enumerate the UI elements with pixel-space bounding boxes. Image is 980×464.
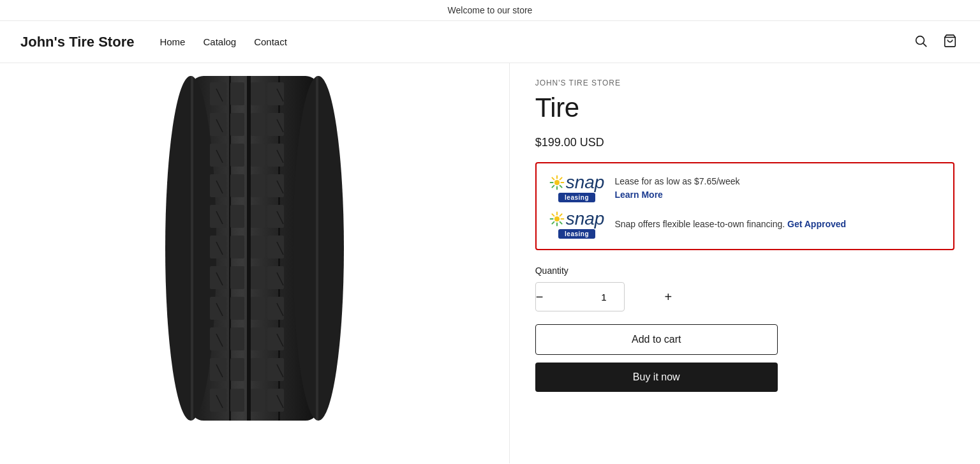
svg-rect-12 (230, 113, 244, 136)
svg-line-81 (552, 177, 554, 179)
svg-rect-46 (267, 297, 284, 320)
announcement-text: Welcome to our store (448, 5, 533, 15)
svg-line-93 (552, 222, 554, 224)
svg-rect-38 (267, 174, 284, 197)
svg-rect-36 (267, 144, 284, 167)
svg-rect-27 (210, 358, 226, 381)
header-icons (911, 31, 960, 52)
svg-rect-18 (230, 205, 244, 228)
svg-rect-28 (230, 358, 244, 381)
svg-rect-51 (251, 389, 265, 412)
svg-rect-20 (230, 236, 244, 258)
svg-line-82 (560, 186, 561, 188)
plus-icon: + (664, 290, 672, 304)
svg-line-83 (560, 177, 561, 179)
snap-financing-text: Snap offers flexible lease-to-own financ… (614, 219, 785, 229)
tire-image (152, 76, 357, 421)
svg-rect-43 (251, 266, 265, 289)
main-nav: Home Catalog Contact (160, 36, 911, 47)
svg-rect-25 (210, 327, 226, 350)
search-button[interactable] (911, 31, 930, 52)
svg-rect-44 (267, 266, 284, 289)
cart-button[interactable] (940, 31, 960, 52)
snap-badge-1: leasing (558, 193, 595, 202)
svg-rect-17 (210, 205, 226, 228)
store-title[interactable]: John's Tire Store (20, 34, 134, 50)
search-icon (914, 34, 928, 48)
svg-rect-39 (251, 205, 265, 228)
buy-now-button[interactable]: Buy it now (535, 363, 778, 392)
snap-leasing-box: snap leasing Lease for as low as $7.65/w… (535, 162, 954, 250)
svg-rect-30 (230, 389, 244, 412)
quantity-control: − + (535, 282, 625, 311)
svg-rect-50 (267, 358, 284, 381)
svg-point-85 (554, 180, 560, 185)
nav-contact[interactable]: Contact (254, 36, 287, 47)
svg-rect-52 (267, 389, 284, 412)
svg-point-0 (916, 36, 924, 45)
header: John's Tire Store Home Catalog Contact (0, 21, 980, 63)
quantity-input[interactable] (543, 292, 664, 303)
snap-sunburst-icon-2 (549, 211, 565, 227)
svg-rect-26 (230, 327, 244, 350)
product-info: JOHN'S TIRE STORE Tire $199.00 USD (510, 63, 980, 463)
add-to-cart-button[interactable]: Add to cart (535, 324, 778, 355)
svg-line-92 (560, 214, 561, 216)
svg-rect-31 (251, 82, 265, 105)
svg-line-91 (560, 222, 561, 224)
nav-catalog[interactable]: Catalog (203, 36, 236, 47)
svg-rect-40 (267, 205, 284, 228)
snap-badge-2: leasing (558, 229, 595, 239)
svg-rect-32 (267, 82, 284, 105)
svg-rect-6 (247, 76, 251, 421)
svg-rect-41 (251, 236, 265, 258)
svg-rect-19 (210, 236, 226, 258)
svg-rect-14 (230, 144, 244, 167)
tire-svg (152, 76, 357, 421)
snap-lease-info: Lease for as low as $7.65/week Learn Mor… (614, 175, 739, 202)
svg-rect-23 (210, 297, 226, 320)
svg-rect-37 (251, 174, 265, 197)
svg-line-1 (923, 43, 926, 47)
svg-rect-76 (316, 76, 318, 421)
quantity-decrease-button[interactable]: − (536, 283, 544, 311)
svg-rect-11 (210, 113, 226, 136)
svg-rect-49 (251, 358, 265, 381)
gallery-section (0, 63, 510, 463)
svg-line-84 (552, 186, 554, 188)
svg-rect-42 (267, 236, 284, 258)
snap-logo-1: snap leasing (549, 174, 605, 202)
quantity-increase-button[interactable]: + (664, 283, 672, 311)
svg-rect-9 (210, 82, 226, 105)
snap-financing-info: Snap offers flexible lease-to-own financ… (614, 218, 846, 231)
svg-rect-16 (230, 174, 244, 197)
svg-line-90 (552, 214, 554, 216)
svg-rect-21 (210, 266, 226, 289)
svg-point-94 (554, 216, 560, 221)
price: $199.00 USD (535, 136, 954, 149)
snap-sunburst-icon-1 (549, 175, 565, 190)
cart-icon (943, 34, 957, 48)
snap-lease-text: Lease for as low as $7.65/week (614, 176, 739, 186)
snap-learn-more-link[interactable]: Learn More (614, 190, 662, 200)
product-layout: JOHN'S TIRE STORE Tire $199.00 USD (0, 63, 980, 463)
snap-logo-top-1: snap (549, 174, 605, 191)
snap-logo-2: snap leasing (549, 210, 605, 239)
nav-home[interactable]: Home (160, 36, 185, 47)
svg-rect-24 (230, 297, 244, 320)
snap-get-approved-link[interactable]: Get Approved (787, 219, 846, 229)
svg-rect-47 (251, 327, 265, 350)
svg-rect-33 (251, 113, 265, 136)
svg-rect-48 (267, 327, 284, 350)
svg-rect-22 (230, 266, 244, 289)
snap-logo-top-2: snap (549, 210, 605, 228)
svg-rect-35 (251, 144, 265, 167)
quantity-label: Quantity (535, 266, 954, 276)
minus-icon: − (536, 290, 544, 304)
snap-row-financing: snap leasing Snap offers flexible lease-… (549, 210, 940, 239)
svg-rect-13 (210, 144, 226, 167)
svg-rect-45 (251, 297, 265, 320)
tire-image-container (13, 76, 496, 421)
svg-rect-75 (191, 76, 193, 421)
svg-rect-34 (267, 113, 284, 136)
